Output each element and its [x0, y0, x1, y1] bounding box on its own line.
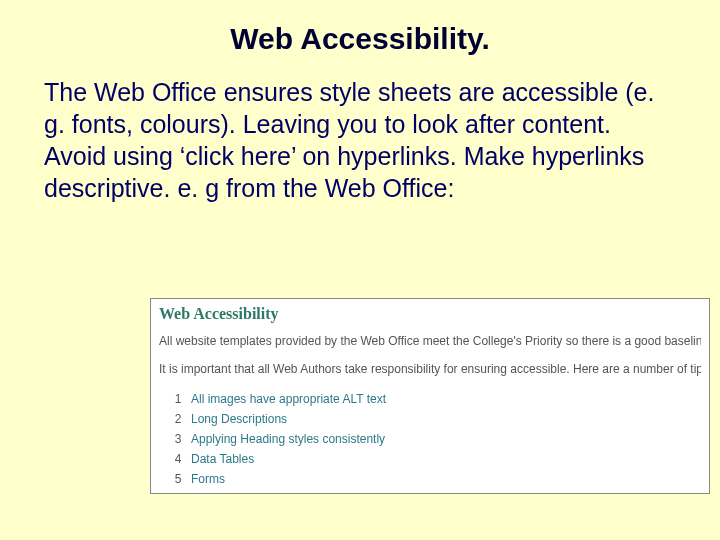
list-item-number: 3 [165, 432, 191, 446]
tip-link-forms[interactable]: Forms [191, 472, 225, 486]
snippet-paragraph-2: It is important that all Web Authors tak… [159, 361, 701, 377]
list-item-number: 5 [165, 472, 191, 486]
snippet-tips-list: 1 All images have appropriate ALT text 2… [165, 389, 701, 489]
snippet-paragraph-1: All website templates provided by the We… [159, 333, 701, 349]
list-item: 5 Forms [165, 469, 701, 489]
list-item-number: 1 [165, 392, 191, 406]
snippet-heading: Web Accessibility [159, 305, 701, 323]
web-office-snippet: Web Accessibility All website templates … [150, 298, 710, 494]
tip-link-heading-styles[interactable]: Applying Heading styles consistently [191, 432, 385, 446]
tip-link-data-tables[interactable]: Data Tables [191, 452, 254, 466]
list-item: 1 All images have appropriate ALT text [165, 389, 701, 409]
list-item: 2 Long Descriptions [165, 409, 701, 429]
list-item: 3 Applying Heading styles consistently [165, 429, 701, 449]
list-item-number: 4 [165, 452, 191, 466]
slide-body: The Web Office ensures style sheets are … [0, 68, 720, 204]
tip-link-long-descriptions[interactable]: Long Descriptions [191, 412, 287, 426]
body-paragraph-1: The Web Office ensures style sheets are … [44, 76, 676, 140]
body-paragraph-2: Avoid using ‘click here’ on hyperlinks. … [44, 140, 676, 204]
tip-link-alt-text[interactable]: All images have appropriate ALT text [191, 392, 386, 406]
list-item-number: 2 [165, 412, 191, 426]
slide-title: Web Accessibility. [0, 0, 720, 68]
list-item: 4 Data Tables [165, 449, 701, 469]
